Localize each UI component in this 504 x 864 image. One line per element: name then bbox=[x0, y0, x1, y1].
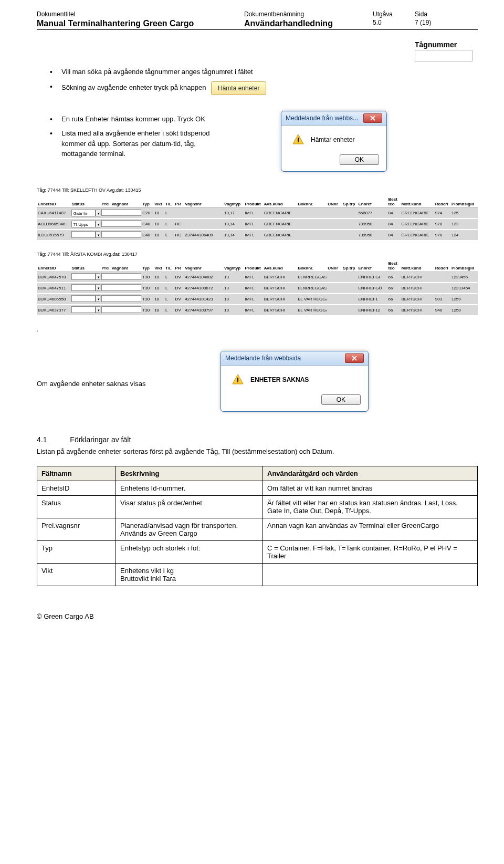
cell: L bbox=[164, 218, 174, 230]
prel-vagnsnr-input[interactable] bbox=[101, 306, 141, 313]
status-select[interactable] bbox=[71, 231, 96, 238]
prel-vagnsnr-input[interactable] bbox=[101, 295, 141, 302]
cell: 974 bbox=[434, 207, 450, 218]
close-icon[interactable] bbox=[345, 353, 364, 363]
cell: 13 bbox=[223, 272, 244, 283]
section-number: 4.1 bbox=[37, 435, 47, 444]
cell: T30 bbox=[141, 272, 153, 283]
cell: 940 bbox=[434, 305, 450, 316]
prel-vagnsnr-input[interactable] bbox=[101, 209, 141, 216]
column-header: T/L bbox=[164, 196, 174, 208]
status-select[interactable]: Tf-Upps bbox=[71, 221, 96, 227]
cell bbox=[184, 218, 223, 230]
cell: 10 bbox=[153, 294, 164, 305]
cell bbox=[327, 207, 342, 218]
column-header: Bestteo bbox=[387, 260, 401, 272]
cell: L bbox=[164, 294, 174, 305]
cell bbox=[327, 218, 342, 230]
chevron-down-icon[interactable]: ▾ bbox=[96, 210, 100, 216]
prel-vagnsnr-input[interactable] bbox=[101, 284, 141, 291]
status-select[interactable] bbox=[71, 273, 96, 280]
cell bbox=[184, 207, 223, 218]
chevron-down-icon[interactable]: ▾ bbox=[96, 221, 100, 227]
tagnummer-input[interactable] bbox=[415, 50, 472, 61]
bullet-list-top: Vill man söka på avgående tågnummer ange… bbox=[50, 67, 478, 95]
cell: C40 bbox=[141, 218, 153, 230]
status-select[interactable] bbox=[71, 284, 96, 291]
cell: IMFL bbox=[244, 272, 263, 283]
cell: 427444300672 bbox=[184, 283, 223, 294]
chevron-down-icon[interactable]: ▾ bbox=[96, 231, 100, 238]
prel-vagnsnr-input[interactable] bbox=[101, 273, 141, 280]
header-col2-value: Användarhandledning bbox=[244, 19, 373, 28]
cell bbox=[342, 294, 357, 305]
chevron-down-icon[interactable]: ▾ bbox=[96, 273, 100, 280]
cell: 10 bbox=[153, 272, 164, 283]
column-header: Produkt bbox=[244, 196, 263, 208]
field-table-row: StatusVisar status på order/enhetÄr fält… bbox=[37, 495, 478, 518]
chevron-down-icon[interactable]: ▾ bbox=[96, 284, 100, 291]
status-select[interactable] bbox=[71, 295, 96, 302]
field-name: Vikt bbox=[37, 563, 116, 586]
cell: BERTSCHI bbox=[263, 294, 297, 305]
section-description: Listan på avgående enheter sorteras förs… bbox=[37, 447, 478, 456]
chevron-down-icon[interactable]: ▾ bbox=[96, 306, 100, 313]
ok-button[interactable]: OK bbox=[321, 394, 361, 405]
cell: 1259 bbox=[450, 294, 478, 305]
svg-rect-3 bbox=[237, 381, 238, 382]
cell: BLNRREGGAS2 bbox=[297, 283, 327, 294]
cell: 04 bbox=[387, 207, 401, 218]
cell: HC bbox=[174, 218, 184, 230]
table-row: BUKU4647511▾T3010LDV42744430067213IMFLBE… bbox=[37, 283, 478, 294]
data-table-1: Tåg: 77444 Till: SKELLEFTH ÖV Avg.dat: 1… bbox=[37, 188, 478, 241]
cell-status: Gate In▾ bbox=[70, 207, 100, 218]
field-description-table: FältnamnBeskrivningAnvändaråtgärd och vä… bbox=[37, 466, 478, 586]
cell: BERTSCHI bbox=[400, 305, 434, 316]
status-select[interactable]: Gate In bbox=[71, 210, 96, 216]
column-header: Rederi bbox=[434, 260, 450, 272]
column-header: Rederi bbox=[434, 196, 450, 208]
warning-icon bbox=[232, 373, 244, 386]
field-desc: Enhetstyp och storlek i fot: bbox=[116, 540, 263, 563]
table-row: BUKU4606550▾T3010LDV42744430142313IMFLBE… bbox=[37, 294, 478, 305]
cell-prel-vagnsnr bbox=[100, 207, 141, 218]
cell: 123 bbox=[450, 218, 478, 230]
prel-vagnsnr-input[interactable] bbox=[101, 231, 141, 238]
cell: HC bbox=[174, 230, 184, 241]
cell: T30 bbox=[141, 283, 153, 294]
cell: BERTSCHI bbox=[263, 272, 297, 283]
column-header: Avs.kund bbox=[263, 260, 297, 272]
cell: IMFL bbox=[244, 294, 263, 305]
hamta-enheter-button[interactable]: Hämta enheter bbox=[211, 81, 266, 95]
column-header: UNnr bbox=[327, 260, 342, 272]
column-header: Vagntyp bbox=[223, 196, 244, 208]
ok-button[interactable]: OK bbox=[340, 154, 379, 165]
chevron-down-icon[interactable]: ▾ bbox=[96, 295, 100, 302]
field-name: Prel.vagnsnr bbox=[37, 518, 116, 540]
header-col1-value: Manual Terminalhantering Green Cargo bbox=[37, 19, 244, 28]
cell: IMFL bbox=[244, 218, 263, 230]
saknas-text: Om avgående enheter saknas visas bbox=[37, 380, 173, 388]
cell bbox=[342, 272, 357, 283]
cell-enhetsid: BUKU4606550 bbox=[37, 294, 70, 305]
cell: 13 bbox=[223, 294, 244, 305]
cell-enhetsid: CAXU6411487 bbox=[37, 207, 70, 218]
table-row: ACLU9665346Tf-Upps▾C4010LHC13,14IMFLGREE… bbox=[37, 218, 478, 230]
cell: 10 bbox=[153, 305, 164, 316]
cell: 13 bbox=[223, 305, 244, 316]
cell bbox=[342, 218, 357, 230]
prel-vagnsnr-input[interactable] bbox=[101, 220, 141, 227]
warning-icon bbox=[292, 133, 304, 146]
cell: GREENCARIE bbox=[263, 218, 297, 230]
close-icon[interactable] bbox=[363, 113, 382, 123]
cell-enhetsid: BUKU4647511 bbox=[37, 283, 70, 294]
status-select[interactable] bbox=[71, 306, 96, 313]
cell: BERTSCHI bbox=[400, 294, 434, 305]
cell-enhetsid: BUKU4637377 bbox=[37, 305, 70, 316]
column-header: Status bbox=[70, 196, 100, 208]
cell bbox=[434, 283, 450, 294]
cell: C40 bbox=[141, 230, 153, 241]
cell: 10 bbox=[153, 218, 164, 230]
cell: 1223456 bbox=[450, 272, 478, 283]
cell: 13,17 bbox=[223, 207, 244, 218]
